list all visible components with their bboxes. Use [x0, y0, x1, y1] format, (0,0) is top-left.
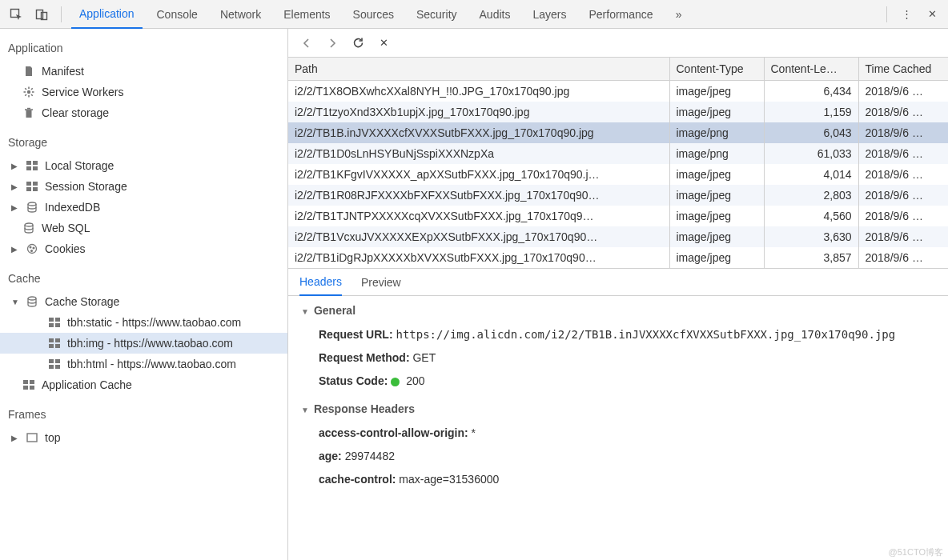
- cache-toolbar: ✕: [288, 29, 948, 58]
- cell-path: i2/2/TB1R08RJFXXXXbFXFXXSutbFXXX.jpg_170…: [288, 185, 669, 206]
- sidebar-item-cache-entry[interactable]: tbh:html - https://www.taobao.com: [0, 354, 287, 374]
- sidebar-item-websql[interactable]: Web SQL: [0, 218, 287, 238]
- tab-headers[interactable]: Headers: [299, 269, 342, 296]
- sidebar-item-indexeddb[interactable]: ▶ IndexedDB: [0, 197, 287, 218]
- col-time-cached[interactable]: Time Cached: [858, 58, 948, 81]
- svg-rect-19: [26, 182, 31, 186]
- watermark: @51CTO博客: [889, 546, 943, 558]
- inspect-icon[interactable]: [6, 5, 26, 24]
- table-row[interactable]: i2/2/TB1D0sLnHSYBuNjSspiXXXNzpXaimage/pn…: [288, 143, 948, 164]
- cell-path: i2/2/TB1iDgRJpXXXXXbXVXXSutbFXXX.jpg_170…: [288, 247, 669, 268]
- status-code-label: Status Code:: [319, 374, 388, 387]
- expand-arrow-icon: ▶: [11, 434, 19, 442]
- sidebar-item-service-workers[interactable]: Service Workers: [0, 82, 287, 102]
- section-cache: Cache: [0, 259, 287, 291]
- table-row[interactable]: i2/2/TB1TJNTPXXXXXcqXVXXSutbFXXX.jpg_170…: [288, 206, 948, 226]
- sidebar-item-label: Clear storage: [42, 106, 109, 119]
- svg-rect-38: [49, 359, 54, 363]
- section-frames: Frames: [0, 395, 287, 427]
- cell-content-length: 4,014: [764, 164, 858, 185]
- table-icon: [48, 337, 61, 350]
- svg-line-8: [25, 88, 26, 90]
- sidebar-item-cache-entry[interactable]: tbh:static - https://www.taobao.com: [0, 312, 287, 333]
- preview-tabs: Headers Preview: [288, 269, 948, 296]
- tab-performance[interactable]: Performance: [580, 0, 661, 29]
- sidebar-item-manifest[interactable]: Manifest: [0, 61, 287, 82]
- cell-content-length: 61,033: [764, 143, 858, 164]
- response-headers-section[interactable]: Response Headers: [301, 402, 935, 415]
- col-content-type[interactable]: Content-Type: [669, 58, 764, 81]
- next-icon[interactable]: [325, 36, 339, 50]
- expand-arrow-icon: ▶: [11, 162, 19, 170]
- sidebar-item-label: Service Workers: [42, 86, 123, 98]
- sidebar-item-session-storage[interactable]: ▶ Session Storage: [0, 176, 287, 197]
- cell-time-cached: 2018/9/6 …: [858, 206, 948, 226]
- storage-icon: [26, 180, 38, 193]
- svg-rect-20: [33, 182, 38, 186]
- svg-rect-40: [49, 365, 54, 369]
- cell-time-cached: 2018/9/6 …: [858, 143, 948, 164]
- col-path[interactable]: Path: [288, 58, 669, 81]
- sidebar-item-cache-storage[interactable]: ▼ Cache Storage: [0, 291, 287, 312]
- cell-time-cached: 2018/9/6 …: [858, 102, 948, 122]
- tab-audits[interactable]: Audits: [472, 0, 519, 29]
- tab-console[interactable]: Console: [149, 0, 206, 29]
- svg-rect-1: [37, 10, 43, 18]
- tab-network[interactable]: Network: [212, 0, 269, 29]
- tab-elements[interactable]: Elements: [275, 0, 338, 29]
- table-row[interactable]: i2/2/T1X8OBXwhcXXal8NYH_!!0.JPG_170x170q…: [288, 81, 948, 102]
- general-section[interactable]: General: [301, 304, 935, 317]
- kebab-menu-icon[interactable]: ⋮: [897, 5, 916, 24]
- cell-content-type: image/jpeg: [669, 185, 764, 206]
- header-key: cache-control:: [319, 473, 396, 486]
- sidebar-item-label: Local Storage: [45, 159, 114, 172]
- frame-icon: [26, 431, 38, 444]
- sidebar-item-label: Cookies: [45, 242, 86, 255]
- database-icon: [22, 222, 35, 234]
- header-value: *: [472, 426, 476, 439]
- table-row[interactable]: i2/2/T1tzyoXnd3XXb1upjX.jpg_170x170q90.j…: [288, 102, 948, 122]
- table-row[interactable]: i2/2/TB1iDgRJpXXXXXbXVXXSutbFXXX.jpg_170…: [288, 247, 948, 268]
- table-row[interactable]: i2/2/TB1B.inJVXXXXcfXVXXSutbFXXX.jpg_170…: [288, 122, 948, 143]
- delete-icon[interactable]: ✕: [376, 36, 391, 50]
- sidebar-item-cookies[interactable]: ▶ Cookies: [0, 238, 287, 259]
- cell-content-length: 6,043: [764, 122, 858, 143]
- sidebar-item-clear-storage[interactable]: Clear storage: [0, 102, 287, 123]
- sidebar-item-label: Application Cache: [42, 378, 132, 391]
- table-row[interactable]: i2/2/TB1KFgvIVXXXXX_apXXSutbFXXX.jpg_170…: [288, 164, 948, 185]
- sidebar-item-label: IndexedDB: [45, 201, 100, 214]
- sidebar-item-application-cache[interactable]: Application Cache: [0, 374, 287, 395]
- device-toggle-icon[interactable]: [32, 5, 51, 24]
- close-icon[interactable]: ✕: [922, 5, 942, 24]
- tab-layers[interactable]: Layers: [524, 0, 574, 29]
- cell-content-type: image/jpeg: [669, 164, 764, 185]
- trash-icon: [22, 106, 35, 119]
- tab-application[interactable]: Application: [71, 0, 143, 29]
- cell-time-cached: 2018/9/6 …: [858, 226, 948, 247]
- svg-point-23: [28, 202, 36, 206]
- table-row[interactable]: i2/2/TB1R08RJFXXXXbFXFXXSutbFXXX.jpg_170…: [288, 185, 948, 206]
- sidebar-item-cache-entry[interactable]: tbh:img - https://www.taobao.com: [0, 333, 287, 354]
- sidebar-item-label: Cache Storage: [45, 295, 119, 308]
- sidebar-item-label: Session Storage: [45, 180, 127, 193]
- refresh-icon[interactable]: [351, 36, 365, 50]
- sidebar-item-frame-top[interactable]: ▶ top: [0, 427, 287, 448]
- svg-rect-13: [25, 109, 33, 110]
- svg-point-3: [27, 90, 30, 94]
- tab-overflow[interactable]: »: [668, 0, 690, 29]
- tab-security[interactable]: Security: [408, 0, 465, 29]
- prev-icon[interactable]: [299, 36, 314, 50]
- request-url-label: Request URL:: [319, 328, 393, 341]
- cell-content-type: image/jpeg: [669, 206, 764, 226]
- tab-sources[interactable]: Sources: [345, 0, 402, 29]
- cell-content-length: 1,159: [764, 102, 858, 122]
- request-url-value: https://img.alicdn.com/i2/2/TB1B.inJVXXX…: [396, 328, 895, 341]
- table-icon: [48, 358, 61, 370]
- col-content-length[interactable]: Content-Le…: [764, 58, 858, 81]
- cell-content-type: image/jpeg: [669, 247, 764, 268]
- tab-preview[interactable]: Preview: [361, 269, 401, 296]
- svg-line-11: [25, 94, 26, 96]
- table-row[interactable]: i2/2/TB1VcxuJVXXXXXEXpXXSutbFXXX.jpg_170…: [288, 226, 948, 247]
- cell-time-cached: 2018/9/6 …: [858, 81, 948, 102]
- sidebar-item-local-storage[interactable]: ▶ Local Storage: [0, 155, 287, 176]
